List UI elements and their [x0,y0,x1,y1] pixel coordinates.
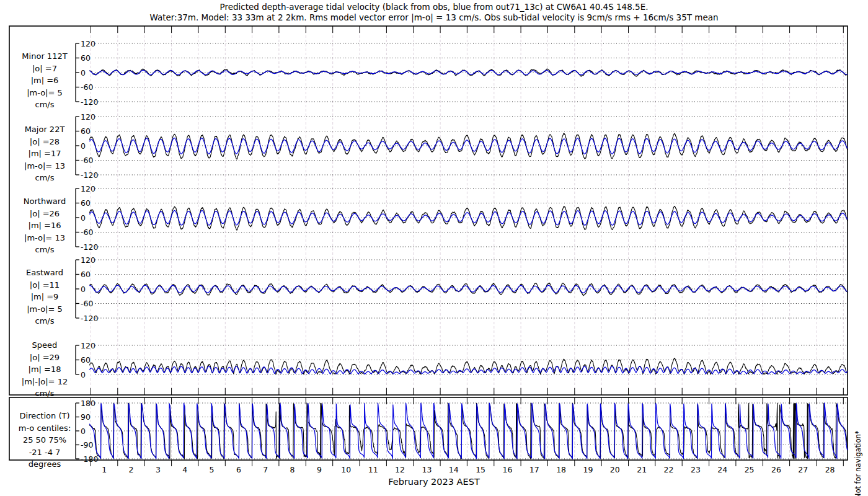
panel-stat-line: |o| =11 [8,279,81,291]
panel-stat-line: |m| =16 [8,219,81,232]
plot-area: 120600-60-120120600-60-120120600-60-1201… [0,0,868,496]
x-tick-label: 1 [102,465,107,474]
y-tick-label: 90 [81,412,91,422]
panel-stat-line: |m-o|= 13 [8,232,81,244]
x-tick-label: 2 [129,465,134,474]
y-tick-label: 0 [81,68,86,78]
panel-stat-line: |o| =28 [8,136,81,148]
y-tick-label: 180 [81,399,95,408]
x-tick-label: 27 [798,465,808,474]
panel-stat-line: |m-o|= 5 [8,303,81,316]
x-tick-label: 28 [825,465,835,474]
x-tick-label: 8 [290,465,295,474]
y-tick-label: 0 [81,427,86,436]
panel-title: Speed [8,339,81,352]
x-tick-label: 7 [263,465,268,474]
panel-stat-line: |o| =26 [8,208,81,220]
y-tick-label: -90 [81,440,93,450]
y-tick-label: -60 [81,228,93,237]
y-axis-major: 120600-60-120 [76,112,847,180]
x-tick-label: 23 [691,465,701,474]
y-tick-label: 120 [81,112,95,122]
x-tick-label: 9 [317,465,322,474]
x-tick-label: 22 [664,465,674,474]
x-tick-label: 19 [583,465,593,474]
panel-title: Minor 112T [8,50,81,63]
panel-stat-line: |m| =17 [8,148,81,160]
panel-stat-line: cm/s [8,244,81,256]
y-tick-label: 0 [81,370,86,379]
y-tick-label: 120 [81,255,95,265]
panel-stat-line: |o| =7 [8,63,81,75]
panel-stat-line: cm/s [8,99,81,111]
y-tick-label: 60 [81,198,91,208]
x-tick-label: 10 [341,465,351,474]
x-tick-label: 18 [556,465,566,474]
panel-stat-line: |m-o|= 5 [8,87,81,99]
y-axis-north: 120600-60-120 [76,184,847,252]
panel-stat-line: -21 -4 7 [8,446,81,459]
x-tick-label: 11 [368,465,378,474]
x-tick-label: 12 [395,465,405,474]
x-tick-label: 3 [156,465,161,474]
tidal-velocity-figure: Predicted depth-average tidal velocity (… [0,0,868,496]
panel-label-dir: Direction (T)m-o centiles:25 50 75%-21 -… [8,410,81,471]
y-tick-label: -60 [81,299,93,308]
panel-title: Direction (T) [8,410,81,422]
y-tick-label: -60 [81,82,93,92]
panel-title: Northward [8,195,81,208]
x-tick-label: 14 [449,465,459,474]
y-tick-label: 60 [81,355,91,365]
panel-stat-line: |m| =9 [8,291,81,303]
x-tick-label: 5 [210,465,215,474]
x-tick-label: 15 [476,465,485,474]
y-tick-label: 60 [81,53,91,63]
x-tick-label: 4 [182,465,187,474]
y-tick-label: -60 [81,156,93,165]
y-tick-label: 60 [81,270,91,279]
panel-stat-line: |o| =29 [8,352,81,364]
x-tick-label: 13 [422,465,432,474]
direction-panel-frame [9,397,848,460]
panel-label-major: Major 22T|o| =28|m| =17|m-o|= 13cm/s [8,123,81,184]
y-tick-label: 120 [81,341,95,350]
panel-title: Eastward [8,267,81,279]
x-tick-label: 25 [745,465,755,474]
x-tick-label: 24 [717,465,727,474]
y-tick-label: 120 [81,39,95,48]
panel-stat-line: |m|-|o|= 12 [8,376,81,388]
panel-label-north: Northward|o| =26|m| =16|m-o|= 13cm/s [8,195,81,256]
panel-title: Major 22T [8,123,81,136]
panel-label-east: Eastward|o| =11|m| =9|m-o|= 5cm/s [8,267,81,327]
panel-stat-line: |m| =18 [8,363,81,376]
x-tick-label: 20 [610,465,620,474]
panel-stat-line: cm/s [8,315,81,327]
y-tick-label: 0 [81,213,86,223]
y-tick-label: 0 [81,141,86,151]
y-tick-label: 0 [81,285,86,294]
x-tick-label: 21 [637,465,647,474]
panel-stat-line: |m-o|= 13 [8,160,81,172]
panel-label-minor: Minor 112T|o| =7|m| =6|m-o|= 5cm/s [8,50,81,111]
x-tick-label: 16 [502,465,512,474]
x-tick-label: 6 [236,465,241,474]
panel-stat-line: cm/s [8,172,81,184]
x-tick-label: 17 [529,465,539,474]
panel-stat-line: |m| =6 [8,74,81,87]
x-tick-labels: 1234567891011121314151617181920212223242… [102,465,835,474]
panel-stat-line: cm/s [8,388,81,400]
imos-watermark: © IMOS 24-Dec-2022 17:56:19. *Not for na… [854,122,863,496]
panel-stat-line: degrees [8,458,81,471]
waveform-obs-speed [89,358,848,374]
x-tick-label: 26 [771,465,781,474]
y-axis-speed: 120600 [76,341,847,379]
panel-stat-line: m-o centiles: [8,422,81,435]
panel-label-speed: Speed|o| =29|m| =18|m|-|o|= 12cm/s [8,339,81,400]
y-tick-label: 60 [81,126,91,136]
panel-stat-line: 25 50 75% [8,434,81,446]
x-axis-label: February 2023 AEST [0,477,868,487]
y-tick-label: 120 [81,184,95,193]
